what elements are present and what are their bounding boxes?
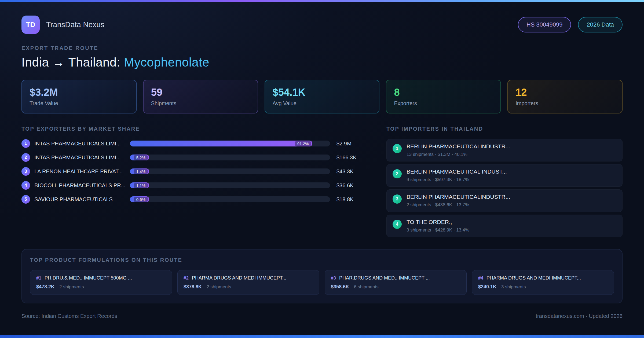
rank-badge: 2 — [21, 153, 30, 162]
market-share-bar: 0.6% — [130, 196, 330, 202]
products-row: #1 PH.DRU.& MED.: IMMUCEPT 500MG ... $47… — [30, 270, 614, 295]
exporter-value: $18.8K — [334, 196, 366, 203]
market-share-bar-fill: 1.4% — [130, 168, 149, 174]
importer-detail: 2 shipments · $438.6K · 13.7% — [407, 202, 510, 208]
product-shipments: 3 shipments — [501, 284, 526, 290]
product-title-line: #4 PHARMA DRUGS AND MEDI IMMUCEPT... — [478, 275, 608, 281]
product-card: #2 PHARMA DRUGS AND MEDI IMMUCEPT... $37… — [177, 270, 319, 295]
importer-row: 2 BERLIN PHARMACEUTICAL INDUST... 9 ship… — [386, 164, 623, 187]
stat-label: Importers — [515, 100, 614, 106]
product-meta-line: $478.2K 2 shipments — [36, 284, 166, 290]
importer-name: TO THE ORDER., — [407, 219, 469, 225]
footer-source: Source: Indian Customs Export Records — [21, 313, 117, 319]
page-title-product: Mycophenolate — [124, 55, 209, 69]
market-share-bar: 91.2% — [130, 141, 330, 146]
brand-name: TransData Nexus — [46, 20, 104, 29]
exporters-section: TOP EXPORTERS BY MARKET SHARE 1 INTAS PH… — [21, 126, 366, 240]
exporters-heading: TOP EXPORTERS BY MARKET SHARE — [21, 126, 366, 132]
importer-detail: 3 shipments · $428.9K · 13.4% — [407, 227, 469, 233]
market-share-percent: 91.2% — [295, 141, 312, 146]
hs-code-badge[interactable]: HS 30049099 — [518, 17, 571, 32]
importer-detail: 9 shipments · $597.3K · 18.7% — [407, 177, 507, 182]
stat-cards: $3.2M Trade Value 59 Shipments $54.1K Av… — [21, 80, 623, 113]
dashboard-page: TD TransData Nexus HS 30049099 2026 Data… — [0, 0, 644, 338]
market-share-percent: 0.6% — [134, 197, 148, 202]
importer-name: BERLIN PHARMACEUTICALINDUSTR... — [407, 143, 510, 150]
stat-card-avg-value: $54.1K Avg Value — [265, 80, 380, 113]
product-name: PHARMA DRUGS AND MEDI IMMUCEPT... — [192, 275, 286, 281]
market-share-percent: 5.2% — [134, 155, 148, 160]
exporter-row: 3 LA RENON HEALTHCARE PRIVAT... 1.4% $43… — [21, 167, 366, 176]
stat-card-exporters: 8 Exporters — [386, 80, 501, 113]
importer-info: BERLIN PHARMACEUTICALINDUSTR... 2 shipme… — [407, 194, 510, 208]
stat-label: Exporters — [394, 100, 493, 106]
exporter-value: $43.3K — [334, 168, 366, 175]
importers-heading: TOP IMPORTERS IN THAILAND — [386, 126, 623, 132]
importer-name: BERLIN PHARMACEUTICAL INDUST... — [407, 168, 507, 175]
product-name: PHARMA DRUGS AND MEDI IMMUCEPT... — [486, 275, 581, 281]
product-rank: #1 — [36, 275, 41, 281]
market-share-bar-fill: 0.6% — [130, 196, 149, 202]
stat-value: $3.2M — [30, 87, 129, 98]
header: TD TransData Nexus HS 30049099 2026 Data — [21, 16, 623, 34]
product-title-line: #1 PH.DRU.& MED.: IMMUCEPT 500MG ... — [36, 275, 166, 281]
rank-badge: 2 — [393, 169, 402, 178]
product-value: $378.8K — [184, 284, 202, 290]
rank-badge: 1 — [393, 144, 402, 153]
footer-site: transdatanexus.com · Updated 2026 — [536, 313, 623, 319]
product-shipments: 2 shipments — [59, 284, 84, 290]
stat-value: $54.1K — [273, 87, 372, 98]
exporter-row: 2 INTAS PHARMACEUTICALS LIMI... 5.2% $16… — [21, 153, 366, 162]
product-name: PH.DRU.& MED.: IMMUCEPT 500MG ... — [45, 275, 132, 281]
product-card: #1 PH.DRU.& MED.: IMMUCEPT 500MG ... $47… — [30, 270, 172, 295]
stat-card-shipments: 59 Shipments — [143, 80, 258, 113]
page-title: India → Thailand: Mycophenolate — [21, 55, 623, 69]
product-meta-line: $358.6K 6 shipments — [331, 284, 460, 290]
rank-badge: 3 — [21, 167, 30, 176]
importer-info: BERLIN PHARMACEUTICALINDUSTR... 13 shipm… — [407, 143, 510, 157]
product-meta-line: $378.8K 2 shipments — [184, 284, 313, 290]
brand-logo: TD — [21, 16, 40, 34]
importers-section: TOP IMPORTERS IN THAILAND 1 BERLIN PHARM… — [386, 126, 623, 240]
bottom-accent-bar — [0, 335, 644, 338]
importer-name: BERLIN PHARMACEUTICALINDUSTR... — [407, 194, 510, 200]
exporter-name: INTAS PHARMACEUTICALS LIMI... — [34, 155, 126, 161]
product-value: $478.2K — [36, 284, 54, 290]
product-title-line: #3 PHAR.DRUGS AND MED.: IMMUCEPT ... — [331, 275, 460, 281]
page-title-route: India → Thailand: — [21, 55, 124, 69]
importer-detail: 13 shipments · $1.3M · 40.1% — [407, 152, 510, 157]
importer-row: 4 TO THE ORDER., 3 shipments · $428.9K ·… — [386, 215, 623, 237]
exporter-row: 1 INTAS PHARMACEUTICALS LIMI... 91.2% $2… — [21, 139, 366, 148]
eyebrow-label: EXPORT TRADE ROUTE — [21, 45, 623, 51]
stat-label: Trade Value — [30, 100, 129, 106]
product-shipments: 2 shipments — [207, 284, 231, 290]
rank-badge: 3 — [393, 194, 402, 204]
market-share-bar: 1.4% — [130, 168, 330, 174]
market-share-percent: 1.1% — [134, 183, 148, 188]
exporter-name: INTAS PHARMACEUTICALS LIMI... — [34, 141, 126, 147]
importer-row: 1 BERLIN PHARMACEUTICALINDUSTR... 13 shi… — [386, 139, 623, 161]
stat-card-importers: 12 Importers — [507, 80, 623, 113]
importer-info: BERLIN PHARMACEUTICAL INDUST... 9 shipme… — [407, 168, 507, 182]
exporter-name: BIOCOLL PHARMACEUTICALS PR... — [34, 182, 126, 189]
product-card: #3 PHAR.DRUGS AND MED.: IMMUCEPT ... $35… — [325, 270, 467, 295]
product-card: #4 PHARMA DRUGS AND MEDI IMMUCEPT... $24… — [472, 270, 614, 295]
product-rank: #2 — [184, 275, 189, 281]
product-meta-line: $240.1K 3 shipments — [478, 284, 608, 290]
product-name: PHAR.DRUGS AND MED.: IMMUCEPT ... — [339, 275, 430, 281]
exporter-row: 4 BIOCOLL PHARMACEUTICALS PR... 1.1% $36… — [21, 181, 366, 190]
year-data-badge[interactable]: 2026 Data — [578, 17, 623, 32]
stat-label: Avg Value — [273, 100, 372, 106]
importer-row: 3 BERLIN PHARMACEUTICALINDUSTR... 2 ship… — [386, 189, 623, 212]
exporter-name: SAVIOUR PHARMACEUTICALS — [34, 196, 126, 203]
brand-logo-initials: TD — [26, 21, 35, 29]
product-rank: #3 — [331, 275, 336, 281]
main-columns: TOP EXPORTERS BY MARKET SHARE 1 INTAS PH… — [21, 126, 623, 240]
market-share-bar-fill: 1.1% — [130, 182, 149, 188]
product-rank: #4 — [478, 275, 483, 281]
product-value: $358.6K — [331, 284, 349, 290]
rank-badge: 5 — [21, 195, 30, 204]
exporter-name: LA RENON HEALTHCARE PRIVAT... — [34, 168, 126, 175]
stat-label: Shipments — [151, 100, 250, 106]
product-shipments: 6 shipments — [354, 284, 379, 290]
